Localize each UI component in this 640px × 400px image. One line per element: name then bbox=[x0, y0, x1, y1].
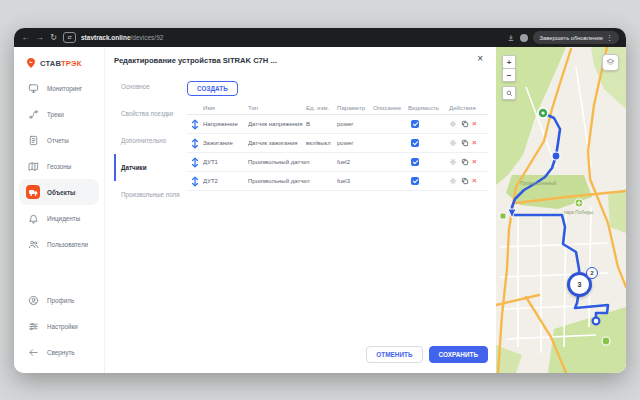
sidebar-item-label: Мониторинг bbox=[47, 85, 82, 92]
sensor-row: ДУТ1Произвольный датчиклfuel2× bbox=[187, 153, 488, 172]
tab-произвольные-поля[interactable]: Произвольные поля bbox=[114, 181, 186, 208]
tab-switcher-icon[interactable]: ⇄ bbox=[63, 32, 76, 43]
drag-handle-icon[interactable] bbox=[187, 176, 203, 187]
logo-text: СТАВТРЭК bbox=[40, 59, 81, 68]
copy-icon[interactable] bbox=[461, 120, 469, 129]
tab-основное[interactable]: Основное bbox=[114, 73, 186, 100]
sidebar-item-label: Геозоны bbox=[47, 163, 71, 170]
drag-handle-icon[interactable] bbox=[187, 138, 203, 149]
sidebar-item-пользователи[interactable]: Пользователи bbox=[19, 231, 99, 257]
back-icon[interactable]: ← bbox=[21, 34, 30, 42]
sensor-param: power bbox=[337, 121, 373, 127]
route-end-marker[interactable] bbox=[593, 318, 600, 325]
sensor-row: ДУТ2Произвольный датчиклfuel3× bbox=[187, 172, 488, 191]
cancel-button[interactable]: ОТМЕНИТЬ bbox=[366, 346, 422, 363]
url-host: stavtrack.online bbox=[81, 34, 131, 41]
sidebar-item-профиль[interactable]: Профиль bbox=[19, 287, 99, 313]
sensor-type: Произвольный датчик bbox=[248, 178, 306, 184]
close-icon[interactable]: × bbox=[477, 53, 483, 64]
search-icon bbox=[506, 90, 513, 97]
sidebar-nav: МониторингТрекиОтчетыГеозоныОбъектыИнцид… bbox=[14, 75, 104, 257]
forward-icon[interactable]: → bbox=[35, 34, 44, 42]
browser-titlebar: ← → ↻ ⇄ stavtrack.online/devices/92 Заве… bbox=[14, 28, 626, 47]
tab-дополнительно[interactable]: Дополнительно bbox=[114, 127, 186, 154]
sensor-row: ЗажиганиеДатчик зажиганиявкл/выклpower× bbox=[187, 134, 488, 153]
incidents-icon bbox=[26, 211, 40, 225]
download-icon[interactable] bbox=[507, 34, 515, 42]
column-header: Видимость bbox=[408, 104, 449, 111]
modal-tabs: ОсновноеСвойства поездкиДополнительноДат… bbox=[114, 73, 186, 208]
zoom-in-button[interactable]: + bbox=[502, 55, 516, 69]
sidebar-item-label: Свернуть bbox=[47, 349, 75, 356]
route-point-marker[interactable] bbox=[552, 152, 560, 160]
map-search-button[interactable] bbox=[502, 86, 516, 100]
sensor-name: Напряжение bbox=[203, 121, 248, 127]
copy-icon[interactable] bbox=[461, 158, 469, 167]
tab-свойства-поездки[interactable]: Свойства поездки bbox=[114, 100, 186, 127]
users-icon bbox=[26, 237, 40, 251]
sidebar-item-отчеты[interactable]: Отчеты bbox=[19, 127, 99, 153]
visibility-checkbox[interactable] bbox=[411, 139, 419, 147]
table-header-row: ИмяТипЕд. изм.ПараметрОписаниеВидимостьД… bbox=[187, 101, 488, 115]
zoom-out-button[interactable]: − bbox=[502, 68, 516, 82]
row-actions: × bbox=[449, 177, 489, 186]
sidebar-item-свернуть[interactable]: Свернуть bbox=[19, 339, 99, 365]
finish-update-label: Завершить обновление bbox=[539, 35, 603, 41]
calibration-icon[interactable] bbox=[449, 120, 457, 129]
sensor-param: fuel2 bbox=[337, 159, 373, 165]
visibility-checkbox[interactable] bbox=[411, 177, 419, 185]
sidebar-item-геозоны[interactable]: Геозоны bbox=[19, 153, 99, 179]
sidebar-item-label: Настройки bbox=[47, 323, 78, 330]
finish-update-button[interactable]: Завершить обновление ⋮ bbox=[533, 31, 619, 44]
sidebar-item-объекты[interactable]: Объекты bbox=[19, 179, 99, 205]
geozones-icon bbox=[26, 159, 40, 173]
profile-icon bbox=[26, 293, 40, 307]
sidebar-item-настройки[interactable]: Настройки bbox=[19, 313, 99, 339]
drag-handle-icon[interactable] bbox=[187, 119, 203, 130]
copy-icon[interactable] bbox=[461, 177, 469, 186]
tab-датчики[interactable]: Датчики bbox=[114, 154, 186, 181]
kebab-icon[interactable]: ⋮ bbox=[606, 34, 613, 42]
row-actions: × bbox=[449, 120, 489, 129]
calibration-icon[interactable] bbox=[449, 177, 457, 186]
sensor-name: ДУТ2 bbox=[203, 178, 248, 184]
sensor-type: Датчик напряжения bbox=[248, 121, 306, 127]
calibration-icon[interactable] bbox=[449, 139, 457, 148]
delete-icon[interactable]: × bbox=[472, 177, 477, 185]
sidebar-item-инциденты[interactable]: Инциденты bbox=[19, 205, 99, 231]
sensor-unit: В bbox=[306, 121, 337, 127]
drag-handle-icon[interactable] bbox=[187, 157, 203, 168]
edit-device-modal: Редактирование устройства SITRAK C7H ...… bbox=[104, 47, 496, 373]
delete-icon[interactable]: × bbox=[472, 120, 477, 128]
calibration-icon[interactable] bbox=[449, 158, 457, 167]
sensors-table: ИмяТипЕд. изм.ПараметрОписаниеВидимостьД… bbox=[187, 101, 488, 191]
delete-icon[interactable]: × bbox=[472, 139, 477, 147]
map-panel: Промышленный парк Победы + − 3 2 bbox=[496, 47, 626, 373]
row-actions: × bbox=[449, 158, 489, 167]
sidebar-item-label: Объекты bbox=[47, 189, 75, 196]
layers-button[interactable] bbox=[602, 54, 619, 71]
visibility-checkbox[interactable] bbox=[411, 120, 419, 128]
avatar[interactable] bbox=[520, 34, 528, 42]
modal-footer: ОТМЕНИТЬ СОХРАНИТЬ bbox=[366, 346, 488, 363]
url-path: /devices/92 bbox=[131, 34, 164, 41]
settings-icon bbox=[26, 319, 40, 333]
delete-icon[interactable]: × bbox=[472, 158, 477, 166]
save-button[interactable]: СОХРАНИТЬ bbox=[429, 346, 488, 363]
cluster-marker-2[interactable]: 2 bbox=[586, 267, 598, 279]
refresh-icon[interactable]: ↻ bbox=[49, 34, 58, 42]
sidebar-item-label: Пользователи bbox=[47, 241, 88, 248]
visibility-checkbox[interactable] bbox=[411, 158, 419, 166]
sensor-type: Датчик зажигания bbox=[248, 140, 306, 146]
reports-icon bbox=[26, 133, 40, 147]
sidebar-item-мониторинг[interactable]: Мониторинг bbox=[19, 75, 99, 101]
collapse-icon bbox=[26, 345, 40, 359]
copy-icon[interactable] bbox=[461, 139, 469, 148]
sensors-panel: СОЗДАТЬ ИмяТипЕд. изм.ПараметрОписаниеВи… bbox=[187, 77, 488, 191]
sidebar-item-треки[interactable]: Треки bbox=[19, 101, 99, 127]
create-button[interactable]: СОЗДАТЬ bbox=[187, 81, 238, 96]
sensor-name: Зажигание bbox=[203, 140, 248, 146]
row-actions: × bbox=[449, 139, 489, 148]
objects-icon bbox=[26, 185, 40, 199]
url-bar[interactable]: stavtrack.online/devices/92 bbox=[81, 34, 502, 41]
